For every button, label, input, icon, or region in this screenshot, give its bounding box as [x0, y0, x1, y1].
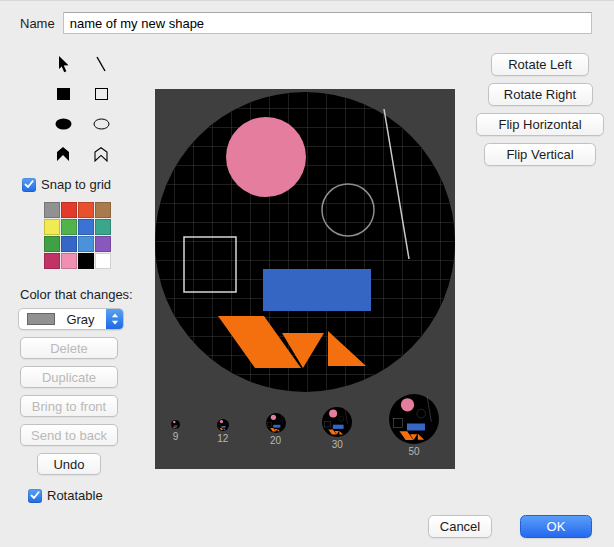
outlined-polygon-tool-button[interactable] [82, 139, 120, 169]
shape-editor-dialog: Name [0, 0, 614, 547]
palette-swatch-2[interactable] [78, 202, 94, 218]
size-preview-9: 9 [171, 420, 180, 442]
size-preview-label: 12 [217, 434, 228, 444]
palette-swatch-7[interactable] [95, 219, 111, 235]
undo-button[interactable]: Undo [37, 453, 101, 475]
name-label: Name [20, 16, 55, 31]
name-row: Name [20, 12, 592, 34]
color-that-changes-label: Color that changes: [20, 287, 152, 302]
filled-polygon-tool-button[interactable] [44, 139, 82, 169]
flip-horizontal-button[interactable]: Flip Horizontal [476, 113, 604, 136]
shape-edit-area[interactable] [155, 89, 455, 397]
outlined-rectangle-tool-button[interactable] [82, 79, 120, 109]
rotate-left-button[interactable]: Rotate Left [491, 53, 589, 76]
size-preview-label: 30 [332, 440, 343, 450]
rotatable-label: Rotatable [47, 488, 103, 503]
select-tool-button[interactable] [44, 49, 82, 79]
palette-swatch-13[interactable] [61, 253, 77, 269]
transform-button-group: Rotate Left Rotate Right Flip Horizontal… [474, 53, 606, 166]
size-preview-20: 20 [266, 413, 286, 446]
palette-swatch-11[interactable] [95, 236, 111, 252]
palette-swatch-14[interactable] [78, 253, 94, 269]
flip-vertical-button[interactable]: Flip Vertical [484, 143, 596, 166]
bring-to-front-button: Bring to front [20, 395, 118, 417]
stepper-arrows-icon [106, 309, 123, 329]
outlined-ellipse-tool-button[interactable] [82, 109, 120, 139]
shape-canvas[interactable]: 912203050 [155, 89, 455, 469]
color-select-swatch [27, 313, 55, 325]
palette-swatch-10[interactable] [78, 236, 94, 252]
palette-swatch-0[interactable] [44, 202, 60, 218]
color-select-value: Gray [55, 312, 106, 327]
palette-swatch-12[interactable] [44, 253, 60, 269]
size-preview-row: 912203050 [155, 393, 455, 457]
size-preview-label: 20 [270, 436, 281, 446]
color-palette [44, 202, 152, 269]
palette-swatch-5[interactable] [61, 219, 77, 235]
cursor-icon [56, 56, 71, 73]
line-icon [94, 56, 108, 72]
palette-swatch-3[interactable] [95, 202, 111, 218]
filled-ellipse-icon [55, 118, 72, 130]
delete-button: Delete [20, 337, 118, 359]
line-tool-button[interactable] [82, 49, 120, 79]
name-input[interactable] [63, 12, 592, 34]
size-preview-12: 12 [217, 419, 229, 444]
outline-square-icon [95, 88, 108, 100]
size-preview-30: 30 [322, 407, 352, 450]
duplicate-button: Duplicate [20, 366, 118, 388]
left-panel: Snap to grid Color that changes: Gray De… [18, 49, 152, 503]
filled-square-icon [57, 88, 70, 100]
outline-polygon-icon [94, 147, 108, 162]
dialog-footer: Cancel OK [428, 515, 592, 538]
palette-swatch-9[interactable] [61, 236, 77, 252]
palette-swatch-4[interactable] [44, 219, 60, 235]
color-that-changes-select[interactable]: Gray [18, 308, 124, 330]
filled-polygon-icon [56, 147, 70, 162]
snap-to-grid-checkbox[interactable]: Snap to grid [22, 177, 152, 192]
edit-button-group: Delete Duplicate Bring to front Send to … [18, 337, 152, 475]
size-preview-label: 9 [173, 432, 179, 442]
filled-ellipse-tool-button[interactable] [44, 109, 82, 139]
filled-rectangle-tool-button[interactable] [44, 79, 82, 109]
outline-ellipse-icon [93, 118, 110, 130]
checkbox-checked-icon [22, 178, 36, 192]
shape-thumbnail-icon [266, 413, 286, 433]
rotate-right-button[interactable]: Rotate Right [488, 83, 593, 106]
checkbox-checked-icon [28, 489, 42, 503]
tool-palette [44, 49, 152, 169]
ok-button[interactable]: OK [520, 515, 592, 538]
palette-swatch-8[interactable] [44, 236, 60, 252]
shape-thumbnail-icon [322, 407, 352, 437]
shape-thumbnail-icon [171, 420, 180, 429]
send-to-back-button: Send to back [20, 424, 118, 446]
rotatable-checkbox[interactable]: Rotatable [28, 488, 152, 503]
cancel-button[interactable]: Cancel [428, 515, 492, 538]
shape-thumbnail-icon [389, 394, 439, 444]
size-preview-label: 50 [408, 447, 419, 457]
palette-swatch-15[interactable] [95, 253, 111, 269]
shape-thumbnail-icon [217, 419, 229, 431]
snap-to-grid-label: Snap to grid [41, 177, 111, 192]
size-preview-50: 50 [389, 394, 439, 457]
palette-swatch-1[interactable] [61, 202, 77, 218]
palette-swatch-6[interactable] [78, 219, 94, 235]
